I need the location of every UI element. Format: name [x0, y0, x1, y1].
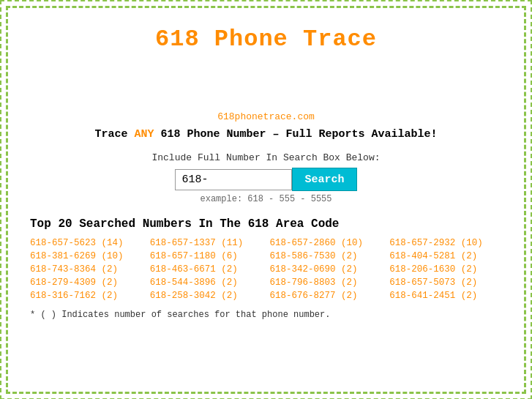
number-link[interactable]: 618-657-1180 (6) [150, 251, 263, 261]
search-button[interactable]: Search [292, 168, 356, 191]
number-link[interactable]: 618-657-1337 (11) [150, 238, 263, 248]
number-link[interactable]: 618-544-3896 (2) [150, 277, 263, 288]
number-link[interactable]: 618-657-5623 (14) [30, 238, 143, 248]
footnote: * ( ) Indicates number of searches for t… [30, 310, 502, 320]
numbers-grid: 618-657-5623 (14)618-657-1337 (11)618-65… [30, 238, 502, 301]
number-link[interactable]: 618-641-2451 (2) [389, 291, 502, 301]
number-link[interactable]: 618-258-3042 (2) [150, 291, 263, 301]
number-link[interactable]: 618-743-8364 (2) [30, 264, 143, 275]
number-link[interactable]: 618-342-0690 (2) [270, 264, 383, 275]
section-title: Top 20 Searched Numbers In The 618 Area … [30, 217, 502, 231]
number-link[interactable]: 618-381-6269 (10) [30, 251, 143, 261]
site-url: 618phonetrace.com [30, 111, 502, 122]
number-link[interactable]: 618-586-7530 (2) [270, 251, 383, 261]
number-link[interactable]: 618-404-5281 (2) [389, 251, 502, 261]
tagline-suffix: 618 Phone Number – Full Reports Availabl… [154, 128, 437, 141]
number-link[interactable]: 618-316-7162 (2) [30, 291, 143, 301]
search-input[interactable] [175, 169, 292, 190]
number-link[interactable]: 618-796-8803 (2) [270, 277, 383, 288]
number-link[interactable]: 618-463-6671 (2) [150, 264, 263, 275]
page-title: 618 Phone Trace [30, 26, 502, 53]
search-row: Search [30, 168, 502, 191]
number-link[interactable]: 618-657-2860 (10) [270, 238, 383, 248]
tagline-any: ANY [134, 128, 154, 141]
number-link[interactable]: 618-206-1630 (2) [389, 264, 502, 275]
number-link[interactable]: 618-279-4309 (2) [30, 277, 143, 288]
search-example: example: 618 - 555 - 5555 [30, 194, 502, 204]
tagline-prefix: Trace [94, 128, 134, 141]
number-link[interactable]: 618-657-2932 (10) [389, 238, 502, 248]
number-link[interactable]: 618-676-8277 (2) [270, 291, 383, 301]
search-label: Include Full Number In Search Box Below: [30, 152, 502, 163]
outer-border: 618 Phone Trace 618phonetrace.com Trace … [6, 6, 526, 394]
number-link[interactable]: 618-657-5073 (2) [389, 277, 502, 288]
tagline: Trace ANY 618 Phone Number – Full Report… [30, 128, 502, 141]
